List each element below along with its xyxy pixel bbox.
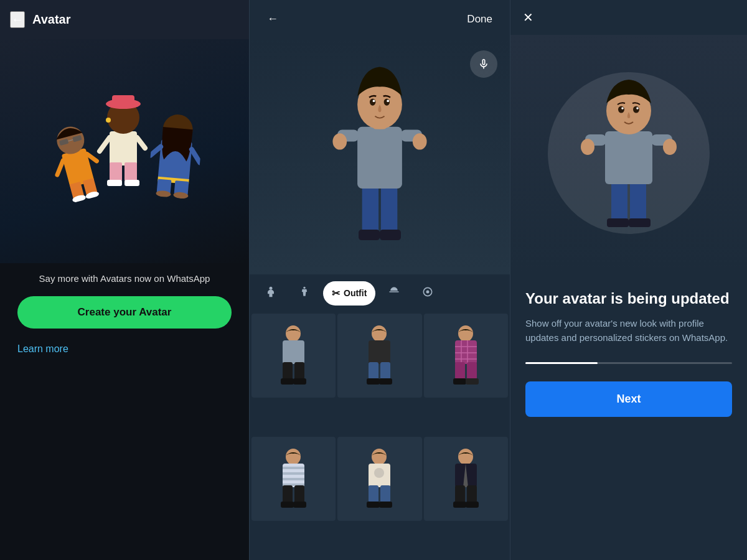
svg-rect-18 (112, 95, 134, 106)
svg-point-85 (374, 468, 384, 478)
svg-rect-60 (367, 378, 380, 385)
next-button[interactable]: Next (525, 381, 732, 417)
intro-header: ← Avatar (0, 0, 249, 39)
svg-rect-75 (283, 467, 304, 469)
outfit-item-2[interactable] (337, 314, 421, 398)
avatar-preview-area (250, 38, 510, 274)
tab-outfit-label: Outfit (344, 288, 367, 298)
svg-point-50 (286, 325, 301, 342)
svg-rect-77 (283, 478, 304, 480)
svg-rect-15 (125, 180, 139, 186)
svg-point-46 (270, 287, 273, 290)
done-button[interactable]: Done (462, 11, 497, 28)
svg-point-39 (413, 133, 427, 149)
svg-rect-100 (605, 131, 652, 184)
svg-rect-93 (467, 485, 477, 503)
svg-rect-94 (453, 502, 466, 508)
pose-icon (298, 286, 311, 301)
update-description: Show off your avatar's new look with pro… (525, 317, 732, 345)
svg-rect-95 (466, 502, 479, 508)
svg-rect-88 (367, 502, 380, 508)
tab-outfit[interactable]: ✂ Outfit (323, 281, 375, 306)
create-avatar-button[interactable]: Create your Avatar (17, 296, 232, 329)
svg-point-110 (636, 107, 639, 110)
svg-rect-58 (369, 362, 378, 380)
outfit-item-1[interactable] (251, 314, 336, 398)
tab-hat[interactable] (379, 279, 409, 307)
outfit-icon: ✂ (332, 287, 340, 299)
svg-point-73 (286, 449, 301, 465)
mic-button[interactable] (470, 50, 497, 78)
svg-rect-51 (283, 340, 304, 364)
svg-rect-53 (294, 362, 304, 380)
svg-rect-92 (455, 485, 465, 503)
editor-panel: ← Done (249, 0, 510, 560)
svg-rect-96 (611, 181, 627, 222)
svg-rect-63 (455, 340, 477, 364)
svg-rect-70 (467, 362, 477, 380)
back-button[interactable]: ← (10, 11, 25, 28)
svg-rect-87 (380, 485, 390, 503)
tab-pose[interactable] (289, 279, 319, 307)
svg-point-62 (458, 325, 473, 342)
svg-rect-14 (107, 180, 122, 186)
svg-rect-76 (283, 472, 304, 475)
outfit-item-3[interactable] (424, 314, 508, 398)
close-button[interactable]: ✕ (523, 10, 533, 25)
svg-point-90 (458, 449, 473, 465)
svg-rect-55 (293, 378, 306, 385)
svg-rect-31 (362, 185, 378, 233)
avatar-3d-main (317, 50, 442, 262)
svg-rect-12 (110, 162, 122, 181)
learn-more-link[interactable]: Learn more (0, 335, 249, 363)
svg-rect-98 (607, 218, 629, 227)
svg-rect-97 (630, 181, 646, 222)
svg-rect-80 (294, 485, 304, 503)
svg-point-109 (621, 107, 624, 110)
svg-point-107 (618, 106, 624, 113)
tab-body[interactable] (256, 279, 286, 307)
avatar-fig-2 (92, 89, 154, 189)
svg-point-43 (384, 98, 390, 105)
avatar-tagline: Say more with Avatars now on WhatsApp (0, 263, 249, 290)
svg-line-21 (137, 138, 145, 148)
svg-rect-82 (293, 502, 306, 508)
svg-point-56 (372, 325, 387, 342)
update-panel: ✕ (510, 0, 747, 560)
editor-tab-bar: ✂ Outfit (250, 274, 510, 312)
avatar-circle-bg (548, 72, 710, 234)
svg-point-48 (426, 291, 430, 294)
tab-style[interactable] (413, 279, 443, 307)
svg-rect-54 (281, 378, 294, 385)
page-title: Avatar (32, 12, 71, 27)
svg-point-44 (373, 100, 375, 102)
update-header: ✕ (510, 0, 747, 35)
avatar-hero-image (0, 39, 249, 263)
body-icon (265, 286, 277, 301)
svg-rect-79 (283, 485, 293, 503)
svg-line-30 (190, 149, 201, 162)
svg-rect-59 (380, 362, 390, 380)
svg-rect-71 (453, 378, 466, 385)
svg-rect-99 (629, 218, 651, 227)
outfit-item-5[interactable] (337, 437, 421, 521)
svg-point-19 (106, 118, 111, 123)
intro-panel: ← Avatar (0, 0, 249, 560)
outfit-item-6[interactable] (424, 437, 508, 521)
svg-point-38 (332, 133, 347, 149)
hat-icon (388, 286, 400, 301)
svg-rect-32 (381, 185, 397, 233)
outfit-item-4[interactable] (251, 437, 336, 521)
svg-point-47 (303, 287, 305, 289)
svg-rect-11 (110, 131, 137, 166)
svg-rect-72 (466, 378, 479, 385)
update-title: Your avatar is being updated (525, 289, 732, 308)
svg-point-83 (372, 449, 387, 465)
editor-header: ← Done (250, 0, 510, 38)
avatar-circle-preview (510, 35, 747, 271)
svg-rect-33 (359, 230, 380, 240)
update-content: Your avatar is being updated Show off yo… (510, 271, 747, 560)
outfit-grid (250, 312, 510, 560)
svg-rect-57 (369, 340, 390, 364)
editor-back-button[interactable]: ← (262, 10, 283, 28)
